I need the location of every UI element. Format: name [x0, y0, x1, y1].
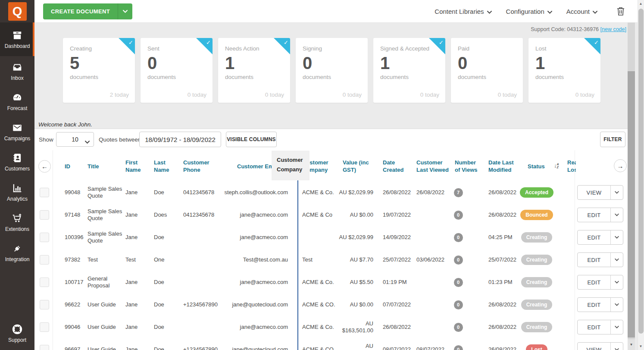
row-action-button[interactable]: EDIT — [577, 208, 623, 222]
sidebar-item-label: Dashboard — [5, 43, 30, 49]
column-header-reason-lost[interactable]: Reason Lost — [567, 151, 576, 181]
column-header-id[interactable]: ID — [65, 151, 82, 181]
browser-scrollbar-thumb[interactable] — [638, 9, 644, 334]
welcome-message: Welcome back John. — [38, 121, 92, 128]
cell-views: 0 — [443, 316, 473, 338]
column-tooltip: Customer Company — [272, 151, 309, 180]
column-header-status[interactable]: Status — [528, 151, 550, 181]
row-checkbox[interactable] — [40, 300, 49, 309]
cell-status: Creating — [520, 293, 553, 316]
row-action-button[interactable]: EDIT — [577, 252, 623, 267]
cell-phone — [183, 249, 231, 271]
row-action-caret[interactable] — [610, 186, 623, 199]
cell-status: Accepted — [520, 181, 553, 204]
row-action-button[interactable]: VIEW — [577, 342, 623, 350]
browser-scrollbar-down-arrow[interactable]: ▼ — [638, 343, 644, 350]
status-card-lost[interactable]: ✓Lost1documents0 today — [528, 38, 600, 103]
status-card-signing[interactable]: Signing0documents0 today — [296, 38, 368, 103]
status-card-sent[interactable]: ✓Sent0documents0 today — [141, 38, 213, 103]
trash-icon[interactable] — [616, 6, 625, 16]
column-header-customer-phone[interactable]: Customer Phone — [183, 151, 218, 181]
card-label: Signing — [303, 45, 368, 52]
row-checkbox[interactable] — [40, 210, 49, 220]
sidebar-item-analytics[interactable]: Analytics — [0, 177, 34, 207]
row-action-caret[interactable] — [610, 320, 623, 334]
scroll-columns-left-button[interactable]: ← — [38, 160, 51, 173]
create-document-caret[interactable] — [118, 3, 132, 19]
app-logo[interactable]: Q — [8, 2, 27, 21]
status-card-signed-accepted[interactable]: ✓Signed & Accepted1documents0 today — [373, 38, 445, 103]
browser-scrollbar-up-arrow[interactable]: ▲ — [638, 0, 644, 7]
row-action-caret[interactable] — [610, 298, 623, 312]
row-checkbox[interactable] — [40, 255, 49, 265]
table-row: 99048Sample Sales QuoteJaneDoe0412345678… — [0, 181, 628, 204]
card-unit: documents — [147, 74, 213, 80]
nav-configuration[interactable]: Configuration — [506, 8, 552, 15]
inner-scrollbar-down-arrow[interactable]: ▼ — [628, 339, 635, 350]
cell-views: 7 — [443, 181, 473, 204]
chevron-down-icon — [593, 8, 597, 15]
cell-phone: +1234567890 — [183, 338, 231, 350]
card-today: 0 today — [420, 91, 439, 98]
row-action-button[interactable]: EDIT — [577, 230, 623, 245]
nav-content-libraries[interactable]: Content Libraries — [435, 8, 491, 15]
column-header-last-name[interactable]: Last Name — [154, 151, 174, 181]
row-action-caret[interactable] — [610, 343, 623, 350]
sidebar-item-inbox[interactable]: Inbox — [0, 56, 34, 86]
cell-value: AU $5.50 — [335, 271, 373, 293]
column-header-first-name[interactable]: First Name — [125, 151, 145, 181]
sidebar-item-dashboard[interactable]: Dashboard — [0, 22, 34, 56]
cell-title: User Guide — [88, 293, 123, 316]
sort-icon[interactable]: ↓AZ — [554, 162, 559, 169]
cell-first: Jane — [125, 181, 150, 204]
row-checkbox[interactable] — [40, 322, 49, 332]
page-size-select[interactable]: 10 — [56, 132, 94, 147]
column-header-number-of-views[interactable]: Number of Views — [455, 151, 482, 181]
card-count: 0 — [303, 53, 368, 73]
sidebar-item-label: Inbox — [11, 75, 23, 81]
scroll-columns-right-button[interactable]: → — [614, 159, 627, 172]
nav-account[interactable]: Account — [566, 8, 597, 15]
row-checkbox[interactable] — [40, 345, 49, 350]
new-code-link[interactable]: [new code] — [600, 26, 626, 32]
filter-button[interactable]: FILTER — [600, 132, 625, 147]
cell-id: 100717 — [65, 271, 86, 293]
inner-scrollbar-thumb[interactable] — [628, 71, 635, 337]
status-card-needs-action[interactable]: ✓Needs Action1documents0 today — [218, 38, 290, 103]
status-card-paid[interactable]: Paid0documents0 today — [451, 38, 523, 103]
sidebar-item-forecast[interactable]: Forecast — [0, 86, 34, 117]
row-checkbox[interactable] — [40, 277, 49, 287]
row-checkbox[interactable] — [40, 233, 49, 242]
column-header-title[interactable]: Title — [88, 151, 113, 181]
table-row: 97382TestTestOneTest@test.com.auTestAU $… — [0, 249, 628, 271]
cell-title: Sample Sales Quote — [88, 204, 123, 226]
date-range-value: 18/09/1972 - 18/09/2022 — [145, 136, 215, 143]
row-action-caret[interactable] — [610, 230, 623, 244]
sidebar-item-customers[interactable]: Customers — [0, 147, 34, 177]
row-action-button[interactable]: EDIT — [577, 275, 623, 290]
column-header-value-inc-gst[interactable]: Value (inc GST) — [343, 151, 377, 181]
sidebar-item-support[interactable]: Support — [0, 318, 34, 348]
row-action-caret[interactable] — [610, 208, 623, 222]
create-document-button[interactable]: CREATE DOCUMENT — [43, 3, 132, 19]
sidebar-item-extentions[interactable]: Extentions — [0, 207, 34, 237]
row-checkbox[interactable] — [40, 188, 49, 197]
row-action-button[interactable]: VIEW — [577, 185, 623, 200]
column-header-customer-last-viewed[interactable]: Customer Last Viewed — [416, 151, 450, 181]
date-range-input[interactable]: 18/09/1972 - 18/09/2022 — [139, 132, 221, 147]
row-action-button[interactable]: EDIT — [577, 297, 623, 312]
status-badge: Creating — [521, 322, 553, 332]
row-action-caret[interactable] — [610, 253, 623, 267]
status-card-creating[interactable]: ✓Creating5documents2 today — [63, 38, 135, 103]
sidebar-item-integration[interactable]: Integration — [0, 237, 34, 268]
column-header-date-last-modified[interactable]: Date Last Modified — [488, 151, 523, 181]
visible-columns-button[interactable]: VISIBLE COLUMNS — [226, 132, 277, 147]
row-action-button[interactable]: EDIT — [577, 320, 623, 334]
sidebar-item-campaigns[interactable]: Campaigns — [0, 117, 34, 147]
row-action-caret[interactable] — [610, 275, 623, 289]
row-action-label: EDIT — [578, 275, 610, 289]
column-header-date-created[interactable]: Date Created — [383, 151, 410, 181]
cell-title: Test — [88, 249, 123, 271]
table-row: 97148Sample Sales QuoteJaneDoes041234567… — [0, 204, 628, 226]
support-icon — [12, 324, 23, 335]
